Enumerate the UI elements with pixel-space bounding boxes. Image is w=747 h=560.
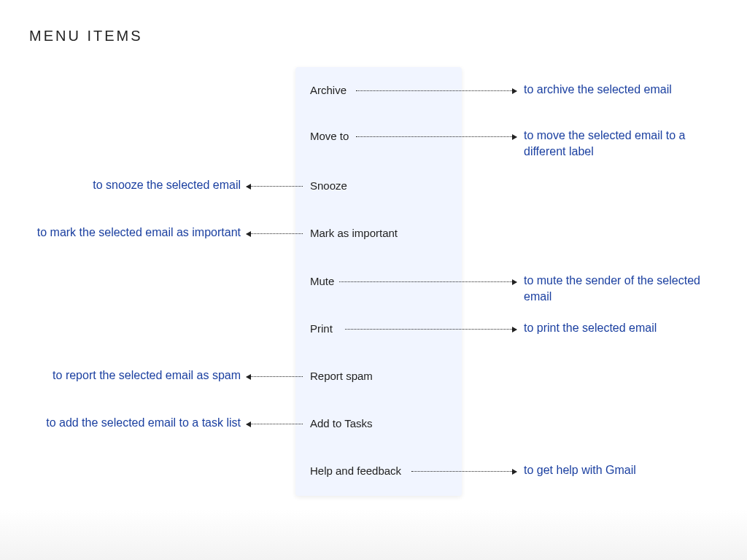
menu-item-add-to-tasks[interactable]: Add to Tasks bbox=[310, 416, 373, 431]
page-title: MENU ITEMS bbox=[29, 28, 143, 44]
connector-snooze bbox=[247, 186, 303, 187]
menu-item-archive[interactable]: Archive bbox=[310, 83, 347, 98]
arrowhead-icon bbox=[246, 374, 251, 380]
arrowhead-icon bbox=[246, 184, 251, 190]
connector-add-to-tasks bbox=[247, 424, 303, 424]
menu-item-move-to[interactable]: Move to bbox=[310, 129, 349, 144]
connector-archive bbox=[356, 90, 516, 91]
annotation-print: to print the selected email bbox=[524, 320, 657, 336]
connector-move-to bbox=[356, 136, 516, 137]
arrowhead-icon bbox=[512, 134, 517, 140]
connector-report-spam bbox=[247, 376, 303, 377]
annotation-move-to: to move the selected email to a differen… bbox=[524, 128, 728, 160]
annotation-archive: to archive the selected email bbox=[524, 82, 672, 98]
annotation-snooze: to snooze the selected email bbox=[93, 177, 241, 193]
annotation-report-spam: to report the selected email as spam bbox=[53, 368, 241, 384]
background-gradient bbox=[0, 509, 747, 560]
connector-mute bbox=[339, 281, 516, 282]
menu-item-report-spam[interactable]: Report spam bbox=[310, 369, 373, 384]
connector-mark-as-important bbox=[247, 233, 303, 234]
arrowhead-icon bbox=[512, 279, 517, 285]
menu-item-help-and-feedback[interactable]: Help and feedback bbox=[310, 464, 401, 478]
annotation-mute: to mute the sender of the selected email bbox=[524, 273, 728, 305]
arrowhead-icon bbox=[246, 231, 251, 237]
menu-item-mute[interactable]: Mute bbox=[310, 274, 334, 289]
connector-print bbox=[345, 329, 516, 330]
annotation-mark-as-important: to mark the selected email as important bbox=[37, 225, 241, 241]
arrowhead-icon bbox=[512, 327, 517, 332]
connector-help-and-feedback bbox=[411, 471, 516, 472]
menu-item-snooze[interactable]: Snooze bbox=[310, 179, 347, 193]
menu-item-mark-as-important[interactable]: Mark as important bbox=[310, 226, 398, 241]
arrowhead-icon bbox=[512, 88, 517, 94]
annotation-help-and-feedback: to get help with Gmail bbox=[524, 462, 636, 478]
arrowhead-icon bbox=[512, 469, 517, 475]
annotation-add-to-tasks: to add the selected email to a task list bbox=[46, 415, 241, 431]
menu-item-print[interactable]: Print bbox=[310, 322, 333, 336]
arrowhead-icon bbox=[246, 421, 251, 427]
